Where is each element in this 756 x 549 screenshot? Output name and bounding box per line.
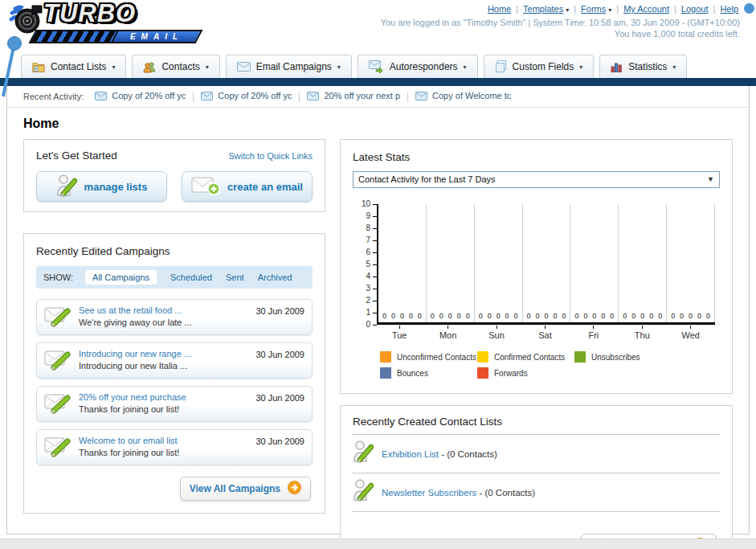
tab-label: Autoresponders: [390, 61, 458, 72]
y-axis-tick: [373, 289, 377, 289]
filter-archived[interactable]: Archived: [258, 272, 292, 282]
nav-separator: |: [713, 4, 716, 14]
campaign-row[interactable]: Welcome to our email listThanks for join…: [36, 429, 313, 465]
nav-link-help[interactable]: Help: [720, 4, 738, 14]
tab-label: Contacts: [161, 61, 199, 72]
value-label: 0: [536, 312, 540, 320]
x-axis-label: Sat: [538, 330, 552, 340]
chart-value-labels: 00000: [476, 312, 521, 320]
value-label: 0: [562, 312, 566, 320]
chevron-down-icon: ▾: [566, 6, 569, 14]
contact-list-link[interactable]: Newsletter Subscribers: [382, 488, 476, 498]
nav-link-home[interactable]: Home: [488, 4, 511, 14]
legend-label: Unconfirmed Contacts: [397, 353, 476, 362]
chart-value-labels: 00000: [428, 312, 472, 320]
value-label: 0: [658, 312, 662, 320]
campaign-date: 30 Jun 2009: [255, 393, 304, 403]
tab-autoresponders[interactable]: Autoresponders▾: [358, 55, 478, 78]
contact-list-text: Exhibition List - (0 Contacts): [382, 446, 497, 461]
campaign-subtitle: Introducing our new Italia ...: [79, 360, 248, 372]
tab-statistics[interactable]: Statistics▾: [599, 55, 687, 78]
legend-row: BouncesForwards: [380, 367, 720, 379]
legend-swatch: [477, 367, 488, 379]
recent-activity-label: Recent Activity:: [23, 92, 84, 101]
value-label: 0: [697, 312, 701, 320]
campaign-row[interactable]: 20% off your next purchaseThanks for joi…: [36, 386, 313, 422]
y-axis-tick: [373, 240, 377, 241]
x-axis-label: Tue: [392, 330, 407, 340]
nav-link-logout[interactable]: Logout: [681, 4, 709, 14]
view-all-campaigns-button[interactable]: View All Campaigns: [180, 477, 311, 501]
x-axis-label: Mon: [439, 330, 456, 340]
contact-list-item[interactable]: Newsletter Subscribers - (0 Contacts): [353, 473, 720, 512]
create-email-button[interactable]: create an email: [182, 171, 313, 202]
chevron-down-icon: ▾: [464, 64, 467, 71]
switch-quick-links[interactable]: Switch to Quick Links: [228, 151, 313, 161]
filter-sent[interactable]: Sent: [226, 272, 244, 282]
filter-scheduled[interactable]: Scheduled: [170, 272, 212, 282]
tab-email-campaigns[interactable]: Email Campaigns▾: [226, 55, 352, 78]
campaign-text: Introducing our new range ...Introducing…: [79, 348, 248, 372]
tab-contact-lists[interactable]: Contact Lists▾: [21, 55, 126, 78]
recent-activity-item[interactable]: Copy of 20% off yc: [201, 91, 292, 100]
filter-all-campaigns[interactable]: All Campaigns: [85, 270, 157, 285]
campaign-row[interactable]: See us at the retail food ...We're givin…: [36, 299, 313, 335]
envelope-pencil-icon: [44, 349, 72, 374]
y-axis-tick: [373, 325, 377, 326]
nav-link-templates[interactable]: Templates▾: [523, 4, 569, 14]
chevron-down-icon: ▾: [608, 6, 611, 14]
chart-value-labels: 00000: [380, 312, 424, 320]
value-label: 0: [439, 312, 443, 320]
recent-activity-item[interactable]: 20% off your next p: [307, 91, 400, 100]
legend-label: Confirmed Contacts: [494, 353, 565, 362]
campaign-title-link[interactable]: Introducing our new range ...: [79, 348, 248, 360]
turbo-email-logo[interactable]: EMAIL TURBO: [8, 2, 205, 48]
envelope-icon: [201, 92, 213, 100]
nav-link-my-account[interactable]: My Account: [623, 4, 669, 14]
contact-lists: Exhibition List - (0 Contacts)Newsletter…: [353, 435, 720, 512]
chevron-down-icon: ▾: [337, 64, 341, 71]
value-label: 0: [631, 312, 635, 320]
tab-contacts[interactable]: Contacts▾: [132, 55, 219, 78]
recent-activity-text: Copy of 20% off yc: [218, 91, 292, 100]
contact-list-detail: - (0 Contacts): [439, 449, 497, 459]
campaign-text: See us at the retail food ...We're givin…: [79, 305, 248, 329]
stats-select[interactable]: Contact Activity for the Last 7 Days ▼: [353, 171, 720, 188]
chart-day-group: 00000: [523, 204, 571, 322]
manage-lists-button[interactable]: manage lists: [36, 171, 167, 202]
chart-day-group: 00000: [427, 204, 475, 322]
envelope-icon: [307, 92, 319, 100]
nav-link-forms[interactable]: Forms▾: [581, 4, 611, 14]
x-axis-tick: [593, 326, 594, 329]
divider: [299, 92, 300, 102]
contact-list-link[interactable]: Exhibition List: [382, 449, 439, 459]
value-label: 0: [488, 312, 492, 320]
campaign-title-link[interactable]: Welcome to our email list: [79, 435, 248, 447]
tab-custom-fields[interactable]: Custom Fields▾: [484, 55, 595, 78]
campaign-title-link[interactable]: 20% off your next purchase: [79, 391, 248, 404]
y-axis-label: 8: [366, 223, 370, 233]
logo-stripes: [31, 31, 119, 42]
campaign-subtitle: Thanks for joining our list!: [79, 447, 248, 459]
campaign-row[interactable]: Introducing our new range ...Introducing…: [36, 342, 313, 379]
right-column: Latest Stats Contact Activity for the La…: [340, 139, 733, 549]
contact-lists-panel: Recently Created Contact Lists Exhibitio…: [340, 405, 733, 549]
chart-value-labels: 00000: [525, 312, 569, 320]
value-label: 0: [382, 312, 386, 320]
envelope-pencil-icon: [44, 436, 72, 461]
value-label: 0: [391, 312, 395, 320]
contact-list-item[interactable]: Exhibition List - (0 Contacts): [353, 435, 720, 473]
recent-activity-text: Copy of Welcome tc: [432, 91, 511, 100]
y-axis-label: 2: [366, 296, 370, 305]
campaign-subtitle: We're giving away our late ...: [79, 317, 248, 329]
recent-activity-item[interactable]: Copy of Welcome tc: [415, 91, 511, 100]
create-email-label: create an email: [227, 181, 303, 193]
campaign-list: See us at the retail food ...We're givin…: [36, 299, 313, 465]
campaign-title-link[interactable]: See us at the retail food ...: [79, 305, 248, 317]
login-info: You are logged in as "Timothy Smith" | S…: [381, 17, 740, 28]
x-axis-cell: Wed: [667, 326, 715, 340]
recent-activity-item[interactable]: Copy of 20% off yc: [95, 91, 186, 100]
top-nav-links: Home|Templates▾|Forms▾|My Account|Logout…: [381, 4, 740, 14]
y-axis-label: 10: [362, 199, 370, 209]
y-axis-tick: [373, 204, 377, 205]
